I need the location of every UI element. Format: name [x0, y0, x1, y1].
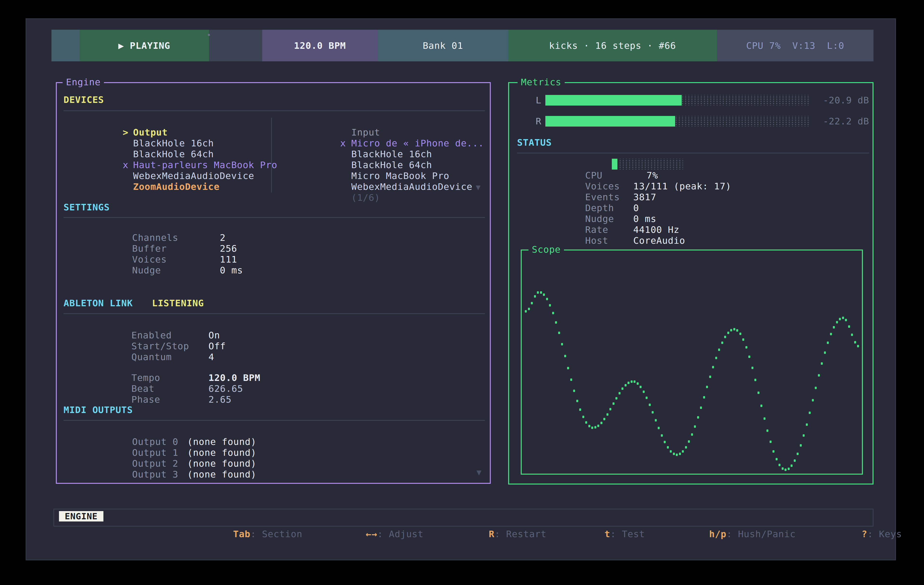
link-setting-value: Off — [208, 341, 226, 351]
setting-label: Voices — [132, 254, 220, 265]
device-name: WebexMediaAudioDevice — [133, 171, 254, 181]
scope-sample-dot — [564, 355, 566, 357]
scope-sample-dot — [549, 304, 551, 307]
scope-sample-dot — [612, 402, 614, 405]
scope-sample-dot — [697, 416, 699, 419]
device-name: WebexMediaAudioDevice — [351, 181, 472, 192]
topbar-segment — [51, 30, 79, 61]
device-name: Haut-parleurs MacBook Pro — [133, 160, 277, 170]
topbar-segment: Bank 01 — [378, 30, 508, 61]
scope-sample-dot — [809, 412, 811, 414]
selection-marker-icon: x — [123, 160, 133, 171]
scope-sample-dot — [682, 450, 684, 453]
cpu-usage-bar — [612, 159, 683, 170]
scope-sample-dot — [540, 291, 542, 294]
topbar-segment: kicks · 16 steps · #66 — [508, 30, 717, 61]
scope-sample-dot — [770, 440, 772, 443]
setting-row[interactable]: Channels2 — [74, 221, 243, 232]
key-hint: ←→: Adjust — [308, 509, 424, 526]
scope-sample-dot — [854, 341, 856, 343]
scope-sample-dot — [622, 387, 624, 390]
status-value: 13/111 (peak: 17) — [633, 181, 731, 191]
scope-sample-dot — [673, 453, 675, 455]
level-meter: L -20.9 dB — [509, 95, 873, 105]
scope-sample-dot — [739, 333, 741, 335]
scope-sample-dot — [643, 391, 645, 393]
device-name: Micro de « iPhone de... — [351, 138, 484, 148]
scope-sample-dot — [594, 426, 596, 428]
scope-sample-dot — [567, 367, 569, 369]
meter-bar — [545, 116, 810, 127]
scroll-down-icon[interactable]: ▼ — [477, 467, 482, 477]
scope-sample-dot — [848, 325, 850, 328]
status-label: Events — [585, 192, 633, 203]
output-device-item[interactable]: >Output — [65, 116, 277, 127]
midi-output-label: Output 2 — [132, 458, 187, 469]
meter-channel-label: L — [536, 95, 541, 105]
scope-sample-dot — [703, 396, 705, 399]
midi-output-label: Output 1 — [132, 447, 187, 458]
scope-sample-dot — [733, 328, 735, 330]
scope-sample-dot — [761, 405, 762, 407]
scope-sample-dot — [585, 421, 587, 424]
scope-sample-dot — [579, 409, 581, 411]
scope-sample-dot — [803, 434, 805, 437]
link-setting-value: 4 — [208, 352, 214, 362]
scope-sample-dot — [824, 351, 826, 354]
scope-sample-dot — [582, 416, 584, 418]
midi-output-value: (none found) — [187, 447, 257, 458]
status-label: Depth — [585, 203, 633, 214]
scope-sample-dot — [561, 343, 563, 345]
scope-sample-dot — [534, 295, 536, 298]
scope-sample-dot — [754, 379, 756, 381]
midi-output-value: (none found) — [187, 437, 257, 447]
midi-output-row[interactable]: Output 0(none found) — [74, 425, 256, 437]
status-label: Host — [585, 235, 633, 246]
scope-sample-dot — [757, 392, 759, 394]
scope-sample-dot — [570, 379, 572, 381]
device-name: Micro MacBook Pro — [351, 171, 449, 181]
dropdown-icon[interactable]: ▼ — [476, 183, 480, 192]
scope-sample-dot — [790, 465, 792, 467]
scope-sample-dot — [706, 386, 708, 388]
key-hint-key: h/p — [709, 529, 727, 539]
key-hint-description: : Hush/Panic — [726, 529, 796, 539]
link-tempo-row: Tempo120.0 BPM — [74, 362, 261, 372]
link-setting-label: Enabled — [132, 330, 208, 341]
scope-sample-dot — [709, 376, 711, 378]
scope-sample-dot — [588, 425, 590, 427]
status-value: 0 ms — [633, 214, 657, 224]
keybinding-bar: ENGINE Tab: Section ←→: Adjust R: Restar… — [53, 509, 873, 527]
status-label: Nudge — [585, 214, 633, 224]
scope-sample-dot — [712, 366, 714, 368]
scope-sample-dot — [543, 293, 545, 296]
scope-sample-dot — [631, 381, 633, 383]
scope-sample-dot — [727, 332, 729, 334]
scope-plot — [522, 250, 862, 474]
topbar-segment-label: CPU 7% V:13 L:0 — [746, 40, 844, 51]
tempo-value: 2.65 — [208, 394, 232, 405]
level-meter: R -22.2 dB — [509, 116, 873, 127]
scope-sample-dot — [601, 422, 602, 424]
topbar-segment-label: 120.0 BPM — [294, 40, 346, 51]
link-setting-row[interactable]: EnabledOn — [74, 319, 226, 330]
link-setting-label: Start/Stop — [132, 341, 208, 352]
tempo-value: 120.0 BPM — [208, 372, 261, 383]
key-hint-description: : Keys — [868, 529, 902, 539]
scope-sample-dot — [751, 367, 753, 369]
scope-sample-dot — [851, 334, 853, 336]
scope-sample-dot — [766, 430, 768, 432]
input-device-item[interactable]: Input — [282, 116, 487, 127]
meter-bar — [545, 95, 810, 105]
ableton-link-title: ABLETON LINK — [64, 298, 133, 308]
scope-sample-dot — [812, 399, 814, 401]
meter-channel-label: R — [536, 116, 541, 127]
setting-label: Buffer — [132, 243, 220, 254]
status-label: Voices — [585, 181, 633, 192]
scope-sample-dot — [646, 397, 648, 399]
midi-output-value: (none found) — [187, 458, 257, 469]
scope-sample-dot — [718, 349, 720, 351]
setting-value: 111 — [220, 254, 237, 265]
meter-db-value: -22.2 dB — [822, 116, 869, 127]
scope-sample-dot — [679, 453, 681, 455]
